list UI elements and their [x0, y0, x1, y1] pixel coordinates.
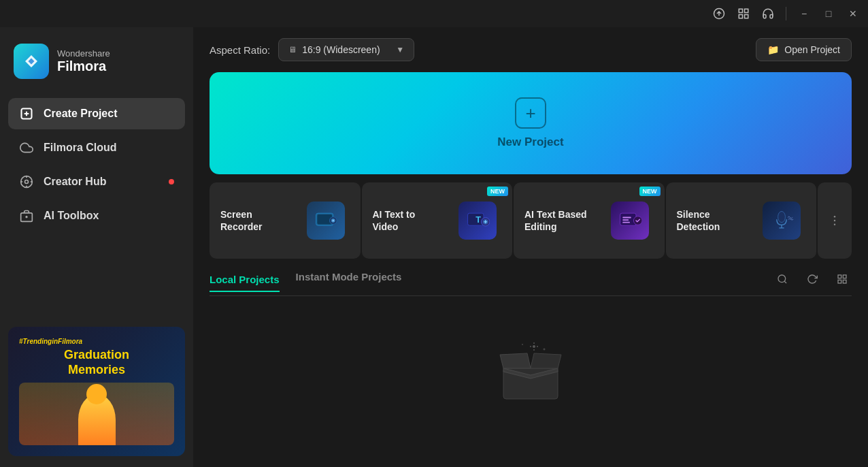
new-project-plus-icon: +	[515, 97, 546, 129]
svg-rect-3	[739, 15, 742, 18]
title-bar: − □ ✕	[0, 0, 868, 27]
close-button[interactable]: ✕	[846, 7, 860, 20]
tool-card-ai-text-to-video[interactable]: NEW AI Text to Video T	[362, 182, 513, 259]
sidebar-item-label: Creator Hub	[44, 176, 106, 188]
svg-point-7	[25, 180, 29, 184]
svg-point-35	[778, 275, 786, 283]
svg-rect-4	[745, 15, 748, 18]
tool-card-ai-text-based-editing[interactable]: NEW AI Text Based Editing	[514, 182, 665, 259]
refresh-button[interactable]	[803, 270, 822, 289]
logo-text: Wondershare Filmora	[57, 48, 110, 74]
sidebar-item-create-project[interactable]: Create Project	[8, 98, 185, 129]
tool-cards-row: Screen Recorder NEW A	[210, 182, 852, 259]
sidebar-item-label: Filmora Cloud	[44, 142, 117, 154]
aspect-ratio-dropdown[interactable]: 🖥 16:9 (Widescreen) ▼	[278, 38, 414, 61]
screen-recorder-label: Screen Recorder	[220, 208, 288, 233]
maximize-button[interactable]: □	[822, 7, 835, 20]
projects-area: Local Projects Instant Mode Projects	[210, 270, 852, 467]
new-badge: NEW	[639, 187, 661, 196]
grid-icon[interactable]	[737, 7, 750, 20]
svg-point-41	[533, 345, 535, 348]
svg-point-46	[544, 348, 546, 350]
more-tools-button[interactable]	[818, 182, 852, 259]
search-button[interactable]	[773, 270, 792, 289]
projects-tabs: Local Projects Instant Mode Projects	[210, 270, 852, 296]
projects-empty-state	[210, 296, 852, 467]
aspect-ratio-label: Aspect Ratio:	[210, 44, 270, 56]
logo-product: Filmora	[57, 59, 110, 74]
creator-hub-icon	[19, 174, 34, 189]
svg-rect-38	[838, 280, 841, 283]
silence-detection-label: Silence Detection	[677, 208, 745, 233]
main-content: Aspect Ratio: 🖥 16:9 (Widescreen) ▼ 📁 Op…	[193, 27, 868, 467]
svg-text:T: T	[475, 215, 481, 225]
logo-icon	[14, 44, 49, 79]
projects-actions	[773, 270, 852, 289]
svg-rect-39	[843, 280, 846, 283]
new-badge: NEW	[487, 187, 508, 196]
svg-rect-2	[745, 9, 748, 12]
ai-text-based-editing-image	[606, 197, 654, 244]
sidebar: Wondershare Filmora Create Project	[0, 27, 193, 467]
new-project-label: New Project	[497, 135, 563, 149]
sidebar-item-filmora-cloud[interactable]: Filmora Cloud	[8, 132, 185, 163]
sidebar-item-ai-toolbox[interactable]: AI Toolbox	[8, 200, 185, 231]
aspect-ratio-area: Aspect Ratio: 🖥 16:9 (Widescreen) ▼	[210, 38, 414, 61]
upload-icon[interactable]	[712, 7, 726, 20]
svg-point-34	[834, 224, 836, 226]
svg-point-19	[332, 220, 334, 222]
ai-toolbox-icon	[19, 208, 34, 223]
open-project-button[interactable]: 📁 Open Project	[756, 38, 852, 61]
sidebar-item-label: Create Project	[44, 108, 118, 120]
sidebar-promo[interactable]: #TrendinginFilmora Graduation Memories	[8, 327, 185, 456]
logo-area: Wondershare Filmora	[0, 27, 193, 93]
svg-point-29	[778, 212, 786, 223]
tool-card-silence-detection[interactable]: Silence Detection	[666, 182, 817, 259]
svg-point-47	[522, 344, 523, 345]
monitor-icon: 🖥	[288, 45, 297, 54]
nav-notification-dot	[169, 179, 174, 184]
folder-icon: 📁	[767, 44, 779, 55]
sidebar-item-label: AI Toolbox	[44, 210, 99, 222]
svg-rect-37	[843, 275, 846, 278]
svg-point-33	[834, 220, 836, 222]
nav-items: Create Project Filmora Cloud	[0, 93, 193, 237]
svg-rect-36	[838, 275, 841, 278]
cloud-icon	[19, 140, 34, 155]
headset-icon[interactable]	[761, 7, 775, 20]
svg-rect-26	[622, 219, 629, 221]
open-project-label: Open Project	[784, 44, 840, 55]
layout-button[interactable]	[833, 270, 852, 289]
svg-rect-25	[622, 217, 631, 219]
aspect-ratio-value: 16:9 (Widescreen)	[302, 44, 390, 55]
tab-instant-mode-projects[interactable]: Instant Mode Projects	[296, 271, 402, 288]
silence-detection-image	[758, 197, 805, 244]
ai-text-to-video-label: AI Text to Video	[373, 208, 441, 233]
new-project-banner[interactable]: + New Project	[210, 72, 852, 174]
title-bar-icons: − □ ✕	[712, 7, 860, 20]
ai-text-to-video-image: T	[454, 197, 501, 244]
promo-image	[19, 383, 174, 445]
tool-card-screen-recorder[interactable]: Screen Recorder	[210, 182, 361, 259]
app-body: Wondershare Filmora Create Project	[0, 27, 868, 467]
promo-tag: #TrendinginFilmora	[19, 338, 82, 345]
promo-title: Graduation Memories	[64, 348, 129, 377]
create-project-icon	[19, 106, 34, 121]
screen-recorder-image	[302, 197, 350, 244]
header-bar: Aspect Ratio: 🖥 16:9 (Widescreen) ▼ 📁 Op…	[193, 27, 868, 72]
window-controls: − □ ✕	[797, 7, 860, 20]
logo-brand: Wondershare	[57, 48, 110, 59]
tab-local-projects[interactable]: Local Projects	[210, 274, 280, 292]
svg-rect-27	[622, 222, 630, 223]
minimize-button[interactable]: −	[797, 7, 811, 20]
chevron-down-icon: ▼	[396, 45, 404, 54]
title-divider	[786, 7, 786, 20]
svg-rect-1	[739, 9, 742, 12]
sidebar-item-creator-hub[interactable]: Creator Hub	[8, 166, 185, 197]
svg-point-32	[834, 216, 836, 218]
ai-text-based-editing-label: AI Text Based Editing	[524, 208, 592, 233]
